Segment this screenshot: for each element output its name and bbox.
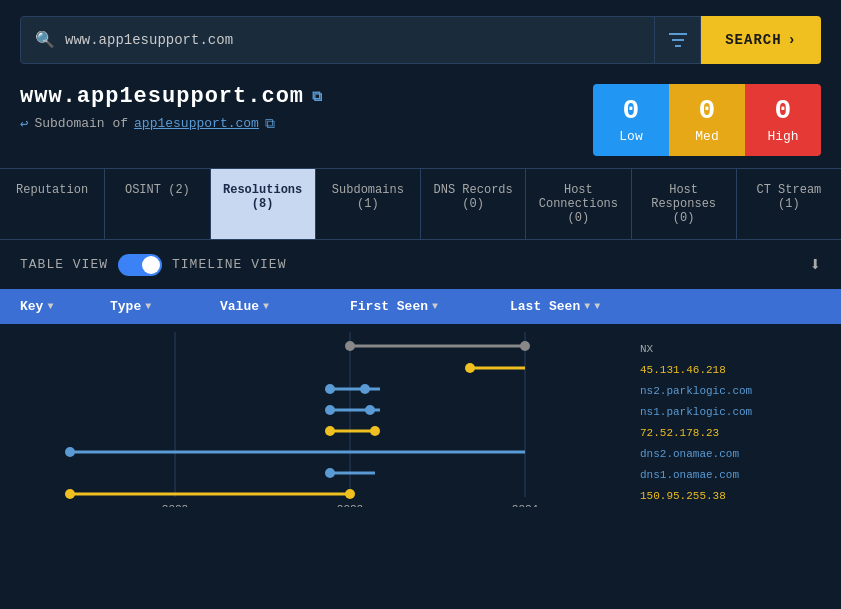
last-seen-filter-icon: ▼ xyxy=(584,301,590,312)
key-filter-icon: ▼ xyxy=(47,301,53,312)
svg-point-16 xyxy=(370,426,380,436)
download-icon[interactable]: ⬇ xyxy=(809,252,821,277)
tab-resolutions[interactable]: Resolutions (8) xyxy=(211,169,316,239)
col-header-key[interactable]: Key ▼ xyxy=(20,299,110,314)
timeline-chart: 2022 2023 2024 NX 45.131.46.218 ns2.park… xyxy=(0,324,841,507)
type-filter-icon: ▼ xyxy=(145,301,151,312)
col-header-last-seen[interactable]: Last Seen ▼ ▼ xyxy=(510,299,821,314)
score-badges: 0 Low 0 Med 0 High xyxy=(593,84,821,156)
domain-info: www.app1esupport.com ⧉ ↩ Subdomain of ap… xyxy=(20,84,323,132)
subdomain-arrow-icon: ↩ xyxy=(20,115,28,132)
copy-domain-icon[interactable]: ⧉ xyxy=(312,89,323,105)
label-dns1: dns1.onamae.com xyxy=(640,464,752,485)
search-input-container: 🔍 xyxy=(20,16,655,64)
col-header-first-seen[interactable]: First Seen ▼ xyxy=(350,299,510,314)
tab-dns-records[interactable]: DNS Records (0) xyxy=(421,169,526,239)
label-ip2: 72.52.178.23 xyxy=(640,422,752,443)
view-toggle-left: TABLE VIEW TIMELINE VIEW xyxy=(20,254,286,276)
svg-point-13 xyxy=(365,405,375,415)
svg-point-22 xyxy=(65,489,75,499)
table-view-label: TABLE VIEW xyxy=(20,257,108,272)
svg-text:2022: 2022 xyxy=(162,503,188,507)
tab-host-connections[interactable]: HostConnections(0) xyxy=(526,169,631,239)
col-header-value[interactable]: Value ▼ xyxy=(220,299,350,314)
score-low: 0 Low xyxy=(593,84,669,156)
column-headers: Key ▼ Type ▼ Value ▼ First Seen ▼ Last S… xyxy=(0,289,841,324)
copy-subdomain-icon[interactable]: ⧉ xyxy=(265,116,275,132)
svg-point-18 xyxy=(65,447,75,457)
timeline-toggle[interactable] xyxy=(118,254,162,276)
label-ip3: 150.95.255.38 xyxy=(640,485,752,506)
svg-text:2024: 2024 xyxy=(512,503,539,507)
label-ns1: ns1.parklogic.com xyxy=(640,401,752,422)
view-toggle-row: TABLE VIEW TIMELINE VIEW ⬇ xyxy=(0,240,841,289)
first-seen-filter-icon: ▼ xyxy=(432,301,438,312)
col-header-type[interactable]: Type ▼ xyxy=(110,299,220,314)
svg-point-7 xyxy=(465,363,475,373)
toggle-knob xyxy=(142,256,160,274)
svg-point-5 xyxy=(520,341,530,351)
timeline-labels: NX 45.131.46.218 ns2.parklogic.com ns1.p… xyxy=(630,332,752,507)
label-ns2: ns2.parklogic.com xyxy=(640,380,752,401)
search-icon: 🔍 xyxy=(35,30,55,50)
svg-point-12 xyxy=(325,405,335,415)
svg-point-23 xyxy=(345,489,355,499)
label-dns2: dns2.onamae.com xyxy=(640,443,752,464)
tab-subdomains[interactable]: Subdomains (1) xyxy=(316,169,421,239)
domain-section: www.app1esupport.com ⧉ ↩ Subdomain of ap… xyxy=(0,80,841,168)
filter-button[interactable] xyxy=(655,16,701,64)
search-bar: 🔍 SEARCH › xyxy=(20,16,821,64)
svg-point-4 xyxy=(345,341,355,351)
tab-ct-stream[interactable]: CT Stream (1) xyxy=(737,169,841,239)
subdomain-link[interactable]: app1esupport.com xyxy=(134,116,259,131)
tab-host-responses[interactable]: Host Responses(0) xyxy=(632,169,737,239)
svg-point-9 xyxy=(325,384,335,394)
tab-reputation[interactable]: Reputation xyxy=(0,169,105,239)
svg-point-15 xyxy=(325,426,335,436)
timeline-view-label: TIMELINE VIEW xyxy=(172,257,286,272)
svg-point-10 xyxy=(360,384,370,394)
label-nx: NX xyxy=(640,338,752,359)
label-ip1: 45.131.46.218 xyxy=(640,359,752,380)
score-high: 0 High xyxy=(745,84,821,156)
search-input[interactable] xyxy=(65,32,640,48)
svg-point-20 xyxy=(325,468,335,478)
score-med: 0 Med xyxy=(669,84,745,156)
tabs-row: Reputation OSINT (2) Resolutions (8) Sub… xyxy=(0,168,841,240)
svg-text:2023: 2023 xyxy=(337,503,363,507)
search-button[interactable]: SEARCH › xyxy=(701,16,821,64)
timeline-svg: 2022 2023 2024 xyxy=(20,332,630,507)
tab-osint[interactable]: OSINT (2) xyxy=(105,169,210,239)
domain-title: www.app1esupport.com ⧉ xyxy=(20,84,323,109)
value-filter-icon: ▼ xyxy=(263,301,269,312)
domain-subtitle: ↩ Subdomain of app1esupport.com ⧉ xyxy=(20,115,323,132)
